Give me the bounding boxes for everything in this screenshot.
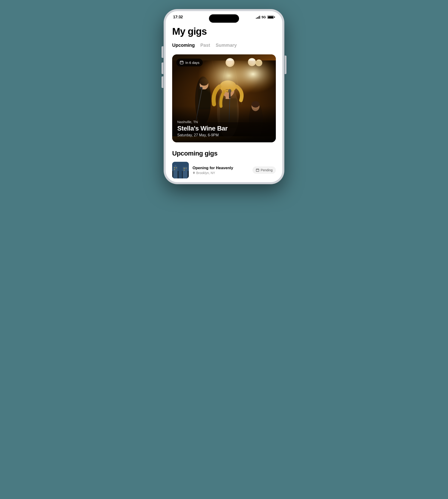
battery-body: [267, 16, 274, 19]
gig-list-item[interactable]: Opening for Heavenly Brooklyn, NY: [172, 162, 276, 182]
gig-item-info: Opening for Heavenly Brooklyn, NY: [192, 166, 249, 175]
tab-summary[interactable]: Summary: [216, 43, 237, 49]
featured-gig-card[interactable]: In 6 days Nashville, TN Stella's Wine Ba…: [172, 54, 276, 142]
status-bar: 17:32 5G: [166, 11, 282, 21]
upcoming-section-title: Upcoming gigs: [172, 150, 276, 157]
svg-rect-37: [175, 165, 176, 167]
svg-rect-38: [179, 169, 182, 178]
tab-upcoming[interactable]: Upcoming: [172, 43, 195, 49]
calendar-badge-icon: [256, 168, 259, 172]
battery-tip: [274, 16, 275, 18]
phone-screen: 17:32 5G My gigs: [166, 11, 282, 182]
svg-rect-44: [186, 168, 187, 169]
tab-past[interactable]: Past: [200, 43, 210, 49]
svg-rect-39: [183, 167, 187, 178]
gig-venue: Stella's Wine Bar: [177, 125, 271, 132]
phone-frame: 17:32 5G My gigs: [164, 9, 284, 184]
pending-badge: Pending: [253, 166, 276, 174]
svg-rect-43: [184, 168, 185, 169]
page-title: My gigs: [172, 26, 276, 37]
dynamic-island: [209, 14, 239, 23]
battery-fill: [268, 16, 273, 18]
svg-rect-42: [174, 169, 175, 170]
pending-label: Pending: [261, 168, 272, 172]
battery-indicator: [267, 16, 275, 19]
app-content: My gigs Upcoming Past Summary: [166, 21, 282, 182]
gig-item-name: Opening for Heavenly: [192, 166, 249, 170]
svg-rect-36: [173, 166, 177, 178]
gig-item-location: Brooklyn, NY: [192, 171, 249, 175]
days-badge: In 6 days: [176, 59, 203, 66]
network-type: 5G: [261, 15, 266, 19]
svg-rect-47: [256, 169, 259, 172]
status-time: 17:32: [173, 15, 183, 19]
gig-location: Nashville, TN: [177, 120, 271, 124]
signal-icon: [256, 16, 260, 19]
gig-item-location-text: Brooklyn, NY: [196, 171, 215, 175]
gig-thumb: [172, 162, 189, 178]
tab-bar: Upcoming Past Summary: [172, 43, 276, 49]
status-indicators: 5G: [256, 15, 275, 19]
svg-rect-45: [184, 170, 185, 171]
gig-thumb-image: [172, 162, 189, 178]
svg-point-46: [194, 172, 194, 173]
svg-rect-30: [180, 61, 183, 64]
svg-rect-40: [174, 167, 175, 168]
gig-date: Saturday, 27 May, 6-9PM: [177, 133, 271, 137]
calendar-icon: [180, 60, 184, 64]
gig-info-overlay: Nashville, TN Stella's Wine Bar Saturday…: [172, 106, 276, 142]
days-label: In 6 days: [185, 61, 199, 64]
location-pin-icon: [192, 172, 195, 174]
svg-rect-41: [176, 167, 177, 168]
